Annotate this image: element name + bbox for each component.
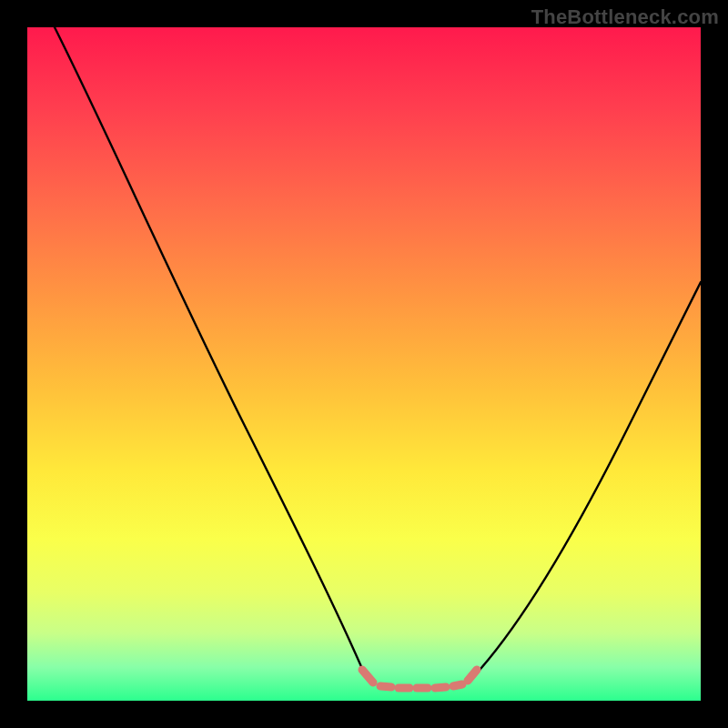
plot-area [27, 27, 701, 701]
curve-overlay [27, 27, 701, 701]
curve-left [55, 27, 366, 677]
curve-right [473, 282, 701, 677]
flat-segment [362, 670, 477, 688]
chart-frame: TheBottleneck.com [0, 0, 728, 728]
watermark-text: TheBottleneck.com [531, 5, 719, 29]
